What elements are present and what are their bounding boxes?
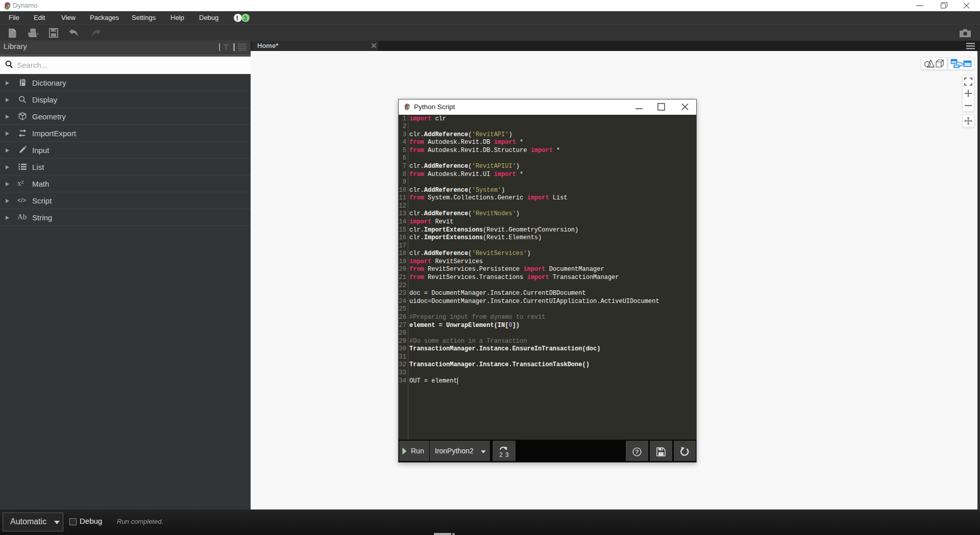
svg-text:?: ? [635, 449, 639, 455]
svg-text:2: 2 [500, 451, 503, 457]
svg-text:3: 3 [505, 451, 509, 457]
